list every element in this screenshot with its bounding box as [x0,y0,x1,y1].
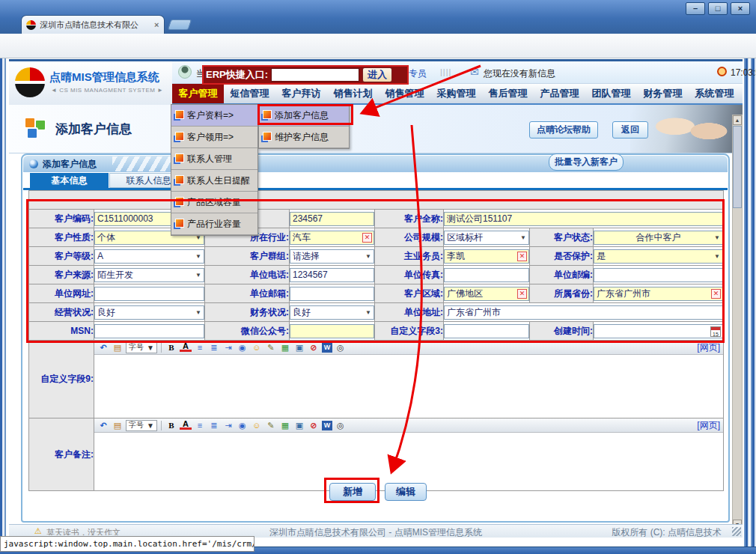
align-icon[interactable]: ≡ [194,342,206,353]
select-客户状态:[interactable]: 合作中客户▼ [594,231,723,245]
input-所在行业:[interactable]: 汽车✕ [290,231,374,245]
word-icon[interactable]: W [322,343,332,353]
remove-format-icon[interactable]: ⊘ [308,420,320,431]
menu-item-客户领用=>[interactable]: 客户领用=> [171,127,257,148]
nav-item-短信管理[interactable]: 短信管理 [224,84,275,103]
input-微信公众号:[interactable] [290,324,374,338]
scrollbar-thumb[interactable] [733,126,742,208]
select-客户来源:[interactable]: 陌生开发▼ [94,268,204,282]
editor-textarea-custom-field9[interactable] [94,355,723,418]
browser-tab[interactable]: 深圳市点睛信息技术有限公 × [21,15,165,34]
new-tab-button[interactable] [168,19,192,30]
select-经营状况:[interactable]: 良好▼ [94,305,204,320]
edit-button[interactable]: 编辑 [385,483,427,501]
ordered-list-icon[interactable]: ≣ [208,342,220,353]
indent-icon[interactable]: ⇥ [222,420,234,431]
smiley-icon[interactable]: ☺ [251,420,263,431]
menu-item-客户资料=>[interactable]: 客户资料=> [171,105,257,127]
scroll-up-icon[interactable]: ▲ [733,115,742,125]
input-单位邮编:[interactable] [594,268,723,282]
input-单位传真:[interactable] [444,268,529,282]
paste-icon[interactable]: ▤ [112,420,124,431]
minimize-button[interactable]: – [686,2,705,15]
font-color-icon[interactable]: A [180,343,192,352]
close-button[interactable]: × [731,2,750,15]
bold-icon[interactable]: B [165,342,177,353]
clear-field-icon[interactable]: ✕ [517,252,527,261]
input-主业务员:[interactable]: 李凯✕ [444,249,529,264]
input-客户全称:[interactable]: 测试公司151107 [444,212,723,226]
input-客户区域:[interactable]: 广佛地区✕ [444,287,529,301]
word-icon[interactable]: W [322,421,332,430]
editor-textarea-customer-remark[interactable] [94,433,723,490]
input-创建时间:[interactable]: 15 [594,324,723,338]
input-MSN:[interactable] [94,324,204,338]
menu-item-产品区域容量[interactable]: 产品区域容量 [171,192,257,213]
submenu-item-维护客户信息[interactable]: 维护客户信息 [259,127,349,148]
align-icon[interactable]: ≡ [194,420,206,431]
paste-icon[interactable]: ▤ [112,342,124,353]
menu-item-联系人管理[interactable]: 联系人管理 [171,148,257,170]
save-icon[interactable]: ▣ [293,342,305,353]
edit-note-icon[interactable]: ✎ [265,342,277,353]
maximize-button[interactable]: □ [708,2,728,15]
clear-field-icon[interactable]: ✕ [517,289,527,299]
menu-item-产品行业容量[interactable]: 产品行业容量 [171,213,257,235]
preview-eye-icon[interactable]: ◎ [335,420,347,431]
nav-item-售后管理[interactable]: 售后管理 [482,84,534,103]
input-hidden[interactable]: 234567 [290,212,374,226]
undo-icon[interactable]: ↶ [97,342,109,353]
menu-item-联系人生日提醒[interactable]: 联系人生日提醒 [171,170,257,192]
smiley-icon[interactable]: ☺ [251,342,263,353]
submenu-item-添加客户信息[interactable]: 添加客户信息 [259,105,349,127]
resize-grip[interactable] [732,527,741,536]
insert-image-icon[interactable]: ▦ [279,342,291,353]
nav-item-销售管理[interactable]: 销售管理 [379,84,430,103]
font-color-icon[interactable]: A [180,421,192,430]
link-globe-icon[interactable]: ◉ [237,420,249,431]
nav-item-销售计划[interactable]: 销售计划 [327,84,379,103]
nav-item-团队管理[interactable]: 团队管理 [585,84,637,103]
save-icon[interactable]: ▣ [293,420,305,431]
select-是否保护:[interactable]: 是▼ [594,249,723,264]
edit-note-icon[interactable]: ✎ [265,420,277,431]
return-button[interactable]: 返回 [612,121,648,138]
preview-eye-icon[interactable]: ◎ [335,342,347,353]
calendar-icon[interactable]: 15 [710,326,721,337]
nav-item-系统管理[interactable]: 系统管理 [689,84,740,103]
nav-item-采购管理[interactable]: 采购管理 [430,84,482,103]
batch-import-button[interactable]: 批量导入新客户 [549,153,624,171]
webpage-mode-link[interactable]: [网页] [697,419,720,432]
nav-item-客户拜访[interactable]: 客户拜访 [275,84,327,103]
undo-icon[interactable]: ↶ [97,420,109,431]
tab-close-icon[interactable]: × [154,20,159,29]
clear-field-icon[interactable]: ✕ [362,233,372,243]
bold-icon[interactable]: B [165,420,177,431]
input-单位电话:[interactable]: 1234567 [290,268,374,282]
input-单位地址:[interactable]: 广东省广州市 [444,305,723,320]
forum-help-button[interactable]: 点晴论坛帮助 [529,121,598,138]
remove-format-icon[interactable]: ⊘ [308,342,320,353]
fontsize-select[interactable]: 字号▼ [126,420,157,431]
nav-item-客户管理[interactable]: 客户管理 [172,84,224,103]
no-message-text[interactable]: 您现在没有新信息 [484,67,555,80]
tab-basic-info[interactable]: 基本信息 [30,173,109,188]
select-公司规模:[interactable]: 区域标杆▼ [444,231,529,245]
erp-quick-entry-input[interactable] [271,68,359,82]
select-财务状况:[interactable]: 良好▼ [290,305,374,320]
add-button[interactable]: 新增 [329,483,376,501]
fontsize-select[interactable]: 字号▼ [126,342,157,353]
ordered-list-icon[interactable]: ≣ [208,420,220,431]
link-globe-icon[interactable]: ◉ [237,342,249,353]
input-自定义字段3:[interactable] [444,324,529,338]
indent-icon[interactable]: ⇥ [222,342,234,353]
select-客户群组:[interactable]: 请选择▼ [290,249,374,264]
clear-field-icon[interactable]: ✕ [711,289,721,299]
webpage-mode-link[interactable]: [网页] [697,341,720,354]
nav-item-产品管理[interactable]: 产品管理 [534,84,585,103]
mail-icon[interactable]: ✉ [470,66,479,78]
input-单位网址:[interactable] [94,287,204,301]
nav-item-财务管理[interactable]: 财务管理 [637,84,689,103]
insert-image-icon[interactable]: ▦ [279,420,291,431]
select-客户等级:[interactable]: A▼ [94,249,204,264]
